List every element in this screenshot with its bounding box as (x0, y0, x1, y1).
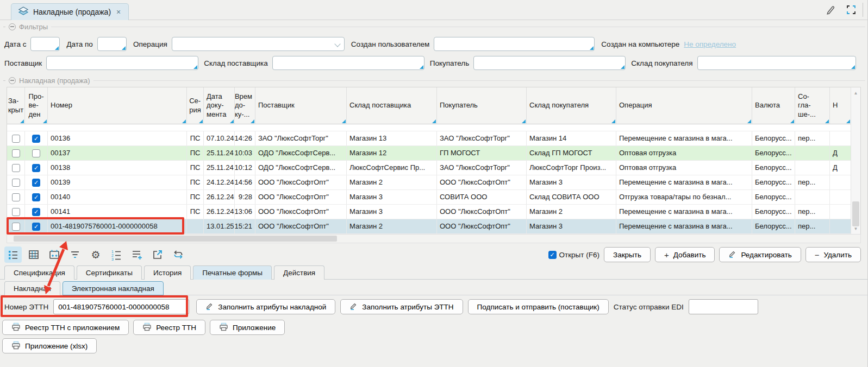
created-by-field[interactable] (434, 37, 595, 51)
closed-checkbox[interactable] (12, 135, 20, 143)
add-list-icon[interactable] (128, 246, 146, 263)
tab-main-2[interactable]: История (144, 265, 191, 280)
table-row[interactable]: 0000134ПС27.06.249:32ЗАО "ЛюксСофтТорг"М… (7, 124, 851, 131)
operation-filter-label: Операция (133, 40, 167, 48)
open-f6-checkbox[interactable]: Открыт (F6) (548, 251, 600, 259)
supplier-filter-field[interactable] (46, 56, 198, 70)
edit-pencil-icon[interactable] (823, 3, 838, 17)
closed-checkbox[interactable] (12, 208, 20, 216)
closed-checkbox[interactable] (12, 149, 20, 157)
ettn-number-field[interactable] (53, 299, 189, 314)
column-header-date[interactable]: Дата доку- мента (204, 87, 235, 124)
closed-checkbox[interactable] (12, 223, 20, 231)
table-row[interactable]: 00141ПС26.12.2413:06ООО "ЛюксСофтОпт"Маг… (7, 205, 851, 219)
sign-and-send-button[interactable]: Подписать и отправить (поставщик) (468, 299, 609, 314)
tab-sub-1[interactable]: Электронная накладная (63, 281, 164, 295)
created-by-input[interactable] (434, 37, 594, 50)
column-header-supplier_wh[interactable]: Склад поставщика (347, 87, 437, 124)
column-header-n[interactable]: Н (830, 87, 851, 124)
column-header-closed[interactable]: За- крыт (7, 87, 25, 124)
filter-icon[interactable] (66, 246, 84, 263)
supplier-wh-filter-field[interactable] (272, 56, 424, 70)
table-row[interactable]: 00136ПС07.10.2414:26ЗАО "ЛюксСофтТорг"Ма… (7, 131, 851, 146)
table-row[interactable]: 001-4819075760001-000000005813.01.2515:2… (7, 219, 851, 234)
print-registry-with-appendix-button[interactable]: Реестр ТТН с приложением (2, 320, 129, 335)
supplier-filter-input[interactable] (47, 56, 198, 69)
vertical-scroll-thumb[interactable] (852, 201, 859, 226)
posted-checkbox[interactable] (32, 193, 40, 201)
scroll-down-icon[interactable]: ▼ (851, 224, 860, 233)
fullscreen-icon[interactable] (844, 3, 858, 17)
close-button[interactable]: Закрыть (604, 247, 651, 262)
fill-ettn-attrs-button[interactable]: Заполнить атрибуты ЭТТН (340, 299, 463, 314)
open-in-window-icon[interactable] (149, 246, 166, 263)
column-header-supplier[interactable]: Поставщик (255, 87, 347, 124)
date-to-field[interactable] (97, 37, 127, 51)
collapse-grid-icon[interactable] (9, 77, 16, 84)
print-appendix-xlsx-button[interactable]: Приложение (xlsx) (2, 338, 97, 353)
closed-checkbox[interactable] (12, 164, 20, 172)
table-row[interactable]: 00138ПС25.11.2410:12ОДО "ЛюксСофтСерв...… (7, 161, 851, 175)
list-view-icon[interactable] (4, 246, 22, 263)
horizontal-scrollbar[interactable] (7, 234, 861, 243)
print-registry-button[interactable]: Реестр ТТН (133, 320, 205, 335)
numbered-list-icon[interactable]: 123 (108, 246, 125, 263)
posted-checkbox[interactable] (32, 149, 40, 157)
closed-checkbox[interactable] (12, 179, 20, 187)
supplier-wh-filter-input[interactable] (273, 56, 424, 69)
close-icon[interactable]: × (115, 8, 122, 16)
created-on-link[interactable]: Не определено (684, 40, 736, 48)
edi-status-input[interactable] (689, 300, 758, 314)
tab-main-4[interactable]: Действия (274, 265, 324, 280)
date-from-input[interactable] (31, 37, 59, 50)
calendar-view-icon[interactable] (46, 246, 63, 263)
buyer-filter-input[interactable] (474, 56, 625, 69)
settings-gear-icon[interactable]: ⚙ (87, 246, 104, 263)
collapse-filters-icon[interactable] (9, 23, 16, 30)
print-appendix-button[interactable]: Приложение (210, 320, 285, 335)
tab-main-1[interactable]: Сертификаты (77, 265, 142, 280)
tab-invoices-sale[interactable]: Накладные (продажа) × (11, 3, 129, 20)
posted-checkbox[interactable] (32, 135, 40, 143)
column-header-currency[interactable]: Валюта (752, 87, 795, 124)
add-button[interactable]: +Добавить (655, 247, 715, 262)
vertical-scrollbar[interactable]: ▲ ▼ (851, 87, 860, 234)
horizontal-scroll-thumb[interactable] (14, 236, 337, 242)
cell-closed (7, 190, 25, 204)
ettn-number-input[interactable] (54, 300, 189, 314)
posted-checkbox[interactable] (32, 208, 40, 216)
table-view-icon[interactable] (25, 246, 42, 263)
posted-checkbox[interactable] (32, 164, 40, 172)
invoices-table: За- крытПро- ве- денНомерСе- рияДата док… (7, 87, 861, 234)
operation-filter-select[interactable] (172, 37, 345, 51)
column-header-posted[interactable]: Про- ве- ден (25, 87, 48, 124)
date-from-field[interactable] (30, 37, 60, 51)
edit-button[interactable]: Редактировать (719, 247, 801, 262)
tab-main-0[interactable]: Спецификация (4, 265, 74, 280)
table-row[interactable]: 00137ПС25.11.2410:03ОДО "ЛюксСофтСерв...… (7, 146, 851, 161)
table-row[interactable]: 00140ПС26.12.249:28ООО "ЛюксСофтОпт"Мага… (7, 190, 851, 205)
fill-invoice-attrs-button[interactable]: Заполнить атрибуты накладной (196, 299, 335, 314)
buyer-filter-field[interactable] (473, 56, 626, 70)
date-to-input[interactable] (98, 37, 126, 50)
refresh-icon[interactable] (170, 246, 187, 263)
column-header-series[interactable]: Се- рия (187, 87, 204, 124)
posted-checkbox[interactable] (32, 179, 40, 187)
column-header-number[interactable]: Номер (48, 87, 187, 124)
column-header-buyer[interactable]: Покупатель (437, 87, 527, 124)
buyer-wh-filter-field[interactable] (697, 56, 856, 70)
column-header-time[interactable]: Врем до- ку-... (235, 87, 255, 124)
column-header-buyer_wh[interactable]: Склад покупателя (527, 87, 616, 124)
tab-sub-0[interactable]: Накладная (4, 281, 60, 295)
column-header-agreement[interactable]: Со- гла- ше-... (795, 87, 830, 124)
table-row[interactable]: 00139ПС24.12.2414:56ООО "ЛюксСофтОпт"Маг… (7, 175, 851, 190)
column-header-operation[interactable]: Операция (616, 87, 752, 124)
delete-button[interactable]: −Удалить (805, 247, 861, 262)
closed-checkbox[interactable] (12, 193, 20, 201)
open-f6-checkbox-box[interactable] (548, 251, 557, 259)
tab-main-3[interactable]: Печатные формы (193, 265, 272, 280)
posted-checkbox[interactable] (32, 223, 40, 231)
edi-status-field[interactable] (689, 299, 758, 314)
buyer-wh-filter-input[interactable] (698, 56, 855, 69)
scroll-up-icon[interactable]: ▲ (851, 88, 860, 97)
